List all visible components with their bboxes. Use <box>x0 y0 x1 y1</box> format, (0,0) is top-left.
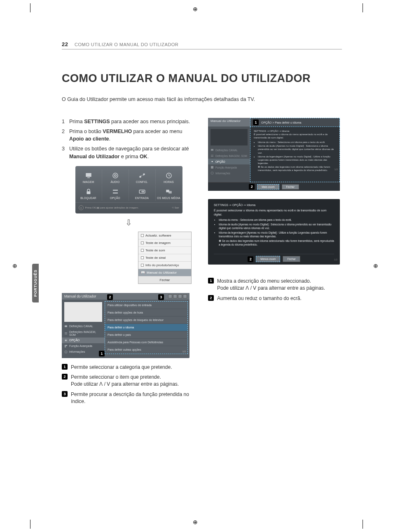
page-indicator: 1/2 <box>335 168 338 171</box>
sidebar-item-opcao: OPÇÃO <box>208 159 250 164</box>
thumbnail-placeholder <box>64 302 102 322</box>
support-item: Teste de som <box>138 247 191 254</box>
sidebar-item: Informações <box>208 170 250 176</box>
support-item: Info do produto/serviço <box>138 262 191 269</box>
clock-icon <box>165 172 173 179</box>
sidebar-item: Definições IMAGEM, SOM <box>62 329 105 337</box>
option-icon <box>112 188 119 195</box>
sidebar-item: Função Avançada <box>62 343 105 349</box>
pane-item-selected: Para definir o idioma <box>105 324 187 331</box>
sidebar-item: Informações <box>62 349 105 355</box>
svg-rect-9 <box>113 192 118 193</box>
menu-item-entrada: ENTRADA <box>129 185 156 201</box>
registration-mark-left: ⊕ <box>12 262 20 270</box>
menu-item-bloquear: BLOQUEAR <box>75 185 102 201</box>
win-close-icon <box>183 294 187 298</box>
page-indicator: 1/2 <box>182 350 186 353</box>
gear-icon <box>211 160 214 163</box>
right-notes: 1 Mostra a descrição do menu seleccionad… <box>208 278 342 302</box>
tv-settings-menu-figure: IMAGEM ÁUDIO CONFIG. HORAS <box>75 166 182 213</box>
grid-icon <box>64 345 68 348</box>
close-button: Fechar <box>282 184 299 190</box>
crop-mark <box>363 520 363 529</box>
menu-item-config: CONFIG. <box>129 169 156 185</box>
support-close: Fechar <box>138 277 191 284</box>
updown-arrows-icon: ꓥ / ꓦ <box>99 381 110 387</box>
zoom-button: Mais zoom <box>257 184 279 190</box>
note-badge-1: 1 <box>208 278 214 284</box>
tv-icon <box>64 325 68 328</box>
svg-rect-13 <box>65 325 67 327</box>
sidebar-item: Definições IMAGEM, SOM <box>208 153 250 159</box>
note-badge-1: 1 <box>62 364 68 370</box>
manual-content-pane: Para utilizar dispositivo de entrada Par… <box>105 301 188 354</box>
svg-rect-22 <box>211 155 213 155</box>
input-icon <box>138 188 146 195</box>
menu-item-imagem: IMAGEM <box>75 169 102 185</box>
page-title: COMO UTILIZAR O MANUAL DO UTILIZADOR <box>62 72 342 85</box>
sidebar-item-opcao: OPÇÃO <box>62 337 105 343</box>
page-indicator: 1/2 <box>334 258 337 261</box>
detail-breadcrumb: 1 OPÇÃO > Para definir o idioma <box>250 118 340 127</box>
note-badge-3: 3 <box>62 391 68 397</box>
pane-item: Para utilizar dispositivo de entrada <box>105 302 187 309</box>
support-item: Teste de imagem <box>138 239 191 247</box>
running-head-text: COMO UTILIZAR O MANUAL DO UTILIZADOR <box>75 42 178 47</box>
pane-item: Assistência para Pessoas com Deficiência… <box>105 339 187 346</box>
win-max-icon <box>173 294 177 298</box>
page-number: 22 <box>62 41 68 47</box>
crop-mark <box>30 520 30 529</box>
svg-rect-1 <box>87 177 90 178</box>
note-badge-2: 2 <box>62 374 68 380</box>
svg-rect-18 <box>66 345 67 346</box>
pane-item: Para definir opções de hora <box>105 309 187 316</box>
media-icon <box>165 188 173 195</box>
svg-rect-7 <box>87 191 90 194</box>
pane-item: Para definir o país <box>105 331 187 339</box>
sidebar-item: Definições CANAL <box>208 147 250 153</box>
svg-rect-19 <box>65 346 66 347</box>
manual-browser-figure: Manual do Utilizador 2 3 Definições CANA… <box>62 293 189 358</box>
menu-item-horas: HORAS <box>156 169 182 185</box>
menu-item-opcao: OPÇÃO <box>102 185 129 201</box>
menu-item-audio: ÁUDIO <box>102 169 129 185</box>
left-notes: 1 Permite seleccionar a categoria que pr… <box>62 364 196 405</box>
gear-icon <box>64 339 68 342</box>
svg-rect-15 <box>65 334 67 334</box>
crop-mark <box>363 3 363 12</box>
sliders-icon <box>64 332 68 335</box>
svg-rect-23 <box>211 156 213 157</box>
callout-badge-2: 2 <box>248 256 253 262</box>
note-badge-2: 2 <box>208 295 214 301</box>
svg-rect-25 <box>211 166 213 169</box>
window-controls <box>168 294 187 298</box>
support-item: Teste de sinal <box>138 254 191 262</box>
svg-point-16 <box>66 340 67 341</box>
callout-badge-1: 1 <box>99 351 105 356</box>
tv-icon <box>211 148 214 152</box>
detail-view-figure: Manual do Utilizador 1 OPÇÃO > Para defi… <box>208 118 340 191</box>
svg-rect-21 <box>211 149 213 151</box>
svg-point-2 <box>113 173 118 178</box>
svg-point-26 <box>211 172 213 174</box>
lock-icon <box>85 188 92 195</box>
detail2-crumb: SETTINGS ➙ OPÇÃO ➙ Idioma <box>214 203 334 207</box>
callout-badge-2: 2 <box>249 184 255 190</box>
pane-item: Para definir opções de bloqueio do telev… <box>105 316 187 324</box>
detail-title: Manual do Utilizador <box>208 118 250 127</box>
manual-title: Manual do Utilizador <box>64 294 96 298</box>
win-restore-icon <box>178 294 182 298</box>
grid-icon <box>211 166 214 169</box>
svg-rect-12 <box>168 191 172 193</box>
steps-list: 1 Prima SETTINGS para aceder aos menus p… <box>62 118 196 160</box>
svg-point-24 <box>212 161 213 162</box>
intro-text: O Guia do Utilizador permite um acesso m… <box>62 96 342 102</box>
menu-item-media: OS MEUS MÉDIA <box>156 185 182 201</box>
book-icon: 📖 <box>141 271 145 274</box>
detail-content: SETTINGS ➙ OPÇÃO ➙ Idioma É possível sel… <box>250 127 340 182</box>
registration-mark-top: ⊕ <box>193 6 200 13</box>
zoomed-detail-figure: SETTINGS ➙ OPÇÃO ➙ Idioma É possível sel… <box>208 199 340 265</box>
manual-sidebar: Definições CANAL Definições IMAGEM, SOM … <box>62 300 105 358</box>
speaker-icon <box>112 172 119 179</box>
callout-badge-2: 2 <box>107 294 113 300</box>
